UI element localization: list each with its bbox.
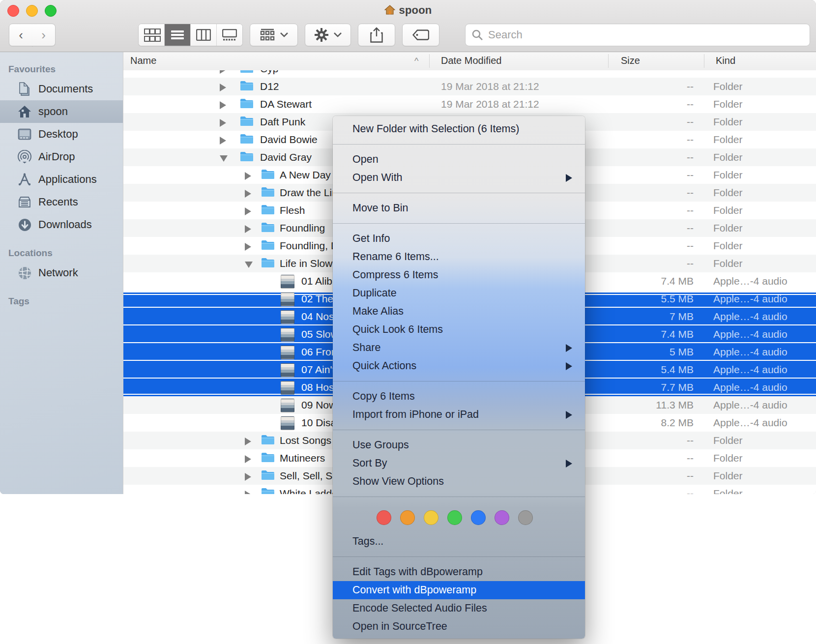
disclosure-triangle-icon[interactable] [245, 207, 251, 215]
action-gear-button[interactable] [305, 24, 351, 46]
disclosure-triangle-icon[interactable] [220, 101, 226, 109]
group-by-button[interactable] [250, 24, 298, 46]
downloads-icon [17, 218, 32, 232]
menu-item-copy-6-items[interactable]: Copy 6 Items [333, 387, 585, 406]
menu-item-sort-by[interactable]: Sort By [333, 454, 585, 472]
submenu-arrow-icon [566, 411, 572, 419]
file-size: 7.4 MB [600, 325, 694, 343]
column-divider[interactable] [704, 54, 704, 68]
file-name: Daft Punk [260, 113, 305, 131]
disclosure-triangle-icon[interactable] [245, 225, 251, 233]
disclosure-triangle-icon[interactable] [220, 70, 226, 74]
column-view-button[interactable] [191, 24, 217, 46]
menu-item-edit-tags-with-dbpoweramp[interactable]: Edit Tags with dBpoweramp [333, 563, 585, 581]
menu-item-tags[interactable]: Tags... [333, 532, 585, 551]
menu-item-import-from-iphone-or-ipad[interactable]: Import from iPhone or iPad [333, 406, 585, 424]
sidebar-item-applications[interactable]: Applications [0, 168, 123, 191]
file-size: -- [600, 95, 694, 113]
disclosure-triangle-icon[interactable] [245, 262, 253, 268]
forward-button[interactable]: › [32, 24, 56, 46]
table-row-da-stewart[interactable]: DA Stewart 19 Mar 2018 at 21:12 -- Folde… [123, 95, 816, 113]
menu-item-encode-selected-audio-files[interactable]: Encode Selected Audio Files [333, 599, 585, 617]
share-button[interactable] [358, 24, 395, 46]
disclosure-triangle-icon[interactable] [220, 119, 226, 127]
sidebar-item-spoon[interactable]: spoon [0, 100, 123, 123]
file-name: DA Stewart [260, 95, 312, 113]
column-header-kind[interactable]: Kind [716, 55, 735, 66]
menu-item-label: Copy 6 Items [352, 390, 415, 402]
menu-item-open-in-sourcetree[interactable]: Open in SourceTree [333, 617, 585, 636]
list-view-button[interactable] [165, 24, 191, 46]
menu-separator [333, 491, 585, 503]
tag-button[interactable] [402, 24, 439, 46]
column-header-date[interactable]: Date Modified [441, 55, 501, 66]
menu-item-share[interactable]: Share [333, 339, 585, 357]
sidebar-item-airdrop[interactable]: AirDrop [0, 146, 123, 168]
menu-item-new-folder-with-selection-6-items[interactable]: New Folder with Selection (6 Items) [333, 120, 585, 138]
menu-item-move-to-bin[interactable]: Move to Bin [333, 199, 585, 217]
disclosure-triangle-icon[interactable] [245, 438, 251, 445]
menu-item-show-view-options[interactable]: Show View Options [333, 472, 585, 491]
menu-item-quick-look-6-items[interactable]: Quick Look 6 Items [333, 321, 585, 339]
green-tag-icon[interactable] [447, 510, 462, 525]
menu-item-quick-actions[interactable]: Quick Actions [333, 357, 585, 375]
disclosure-triangle-icon[interactable] [245, 491, 251, 494]
sort-ascending-icon[interactable]: ^ [414, 56, 418, 66]
file-size: 7 MB [600, 308, 694, 325]
menu-item-make-alias[interactable]: Make Alias [333, 302, 585, 321]
menu-item-label: Open With [352, 172, 403, 183]
disclosure-triangle-icon[interactable] [220, 84, 226, 91]
menu-item-use-groups[interactable]: Use Groups [333, 436, 585, 454]
sidebar-item-network[interactable]: Network [0, 262, 123, 284]
search-input[interactable]: Search [465, 24, 810, 46]
sidebar-item-recents[interactable]: Recents [0, 191, 123, 213]
gray-tag-icon[interactable] [518, 510, 533, 525]
folder-icon [240, 151, 254, 165]
menu-separator [333, 138, 585, 150]
window-title-text: spoon [399, 4, 432, 16]
menu-item-compress-6-items[interactable]: Compress 6 Items [333, 266, 585, 284]
disclosure-triangle-icon[interactable] [245, 243, 251, 251]
disclosure-triangle-icon[interactable] [245, 455, 251, 463]
folder-icon [261, 452, 275, 466]
red-tag-icon[interactable] [377, 510, 391, 525]
sidebar-item-documents[interactable]: Documents [0, 78, 123, 100]
sidebar-item-desktop[interactable]: Desktop [0, 123, 123, 146]
yellow-tag-icon[interactable] [424, 510, 438, 525]
file-size: -- [600, 184, 694, 202]
disclosure-triangle-icon[interactable] [245, 172, 251, 180]
column-divider[interactable] [429, 54, 430, 68]
applications-icon [17, 173, 32, 186]
menu-item-label: Open in SourceTree [352, 620, 447, 632]
menu-item-open[interactable]: Open [333, 150, 585, 169]
disclosure-triangle-icon[interactable] [220, 137, 226, 145]
back-button[interactable]: ‹ [9, 24, 33, 46]
disclosure-triangle-icon[interactable] [220, 155, 228, 162]
file-size: -- [600, 255, 694, 272]
file-kind: Apple…-4 audio [713, 325, 787, 343]
file-size [600, 70, 694, 78]
disclosure-triangle-icon[interactable] [245, 190, 251, 198]
column-header-name[interactable]: Name [130, 55, 156, 66]
menu-item-open-with[interactable]: Open With [333, 169, 585, 187]
folder-icon [261, 487, 275, 494]
blue-tag-icon[interactable] [471, 510, 486, 525]
column-header-size[interactable]: Size [621, 55, 640, 66]
menu-item-label: Rename 6 Items... [352, 251, 439, 263]
menu-item-rename-6-items[interactable]: Rename 6 Items... [333, 248, 585, 266]
table-row-d12[interactable]: D12 19 Mar 2018 at 21:12 -- Folder [123, 78, 816, 95]
sidebar-item-downloads[interactable]: Downloads [0, 213, 123, 236]
menu-item-duplicate[interactable]: Duplicate [333, 284, 585, 302]
menu-item-convert-with-dbpoweramp[interactable]: Convert with dBpoweramp [333, 581, 585, 599]
disclosure-triangle-icon[interactable] [245, 473, 251, 481]
file-name: Cyp [260, 70, 278, 78]
menu-separator [333, 375, 585, 387]
table-row-cyp[interactable]: Cyp [123, 70, 816, 78]
gallery-view-button[interactable] [217, 24, 242, 46]
column-divider[interactable] [608, 54, 609, 68]
purple-tag-icon[interactable] [495, 510, 509, 525]
orange-tag-icon[interactable] [400, 510, 415, 525]
menu-item-get-info[interactable]: Get Info [333, 230, 585, 248]
menu-item-label: New Folder with Selection (6 Items) [352, 123, 519, 135]
icon-view-button[interactable] [139, 24, 165, 46]
